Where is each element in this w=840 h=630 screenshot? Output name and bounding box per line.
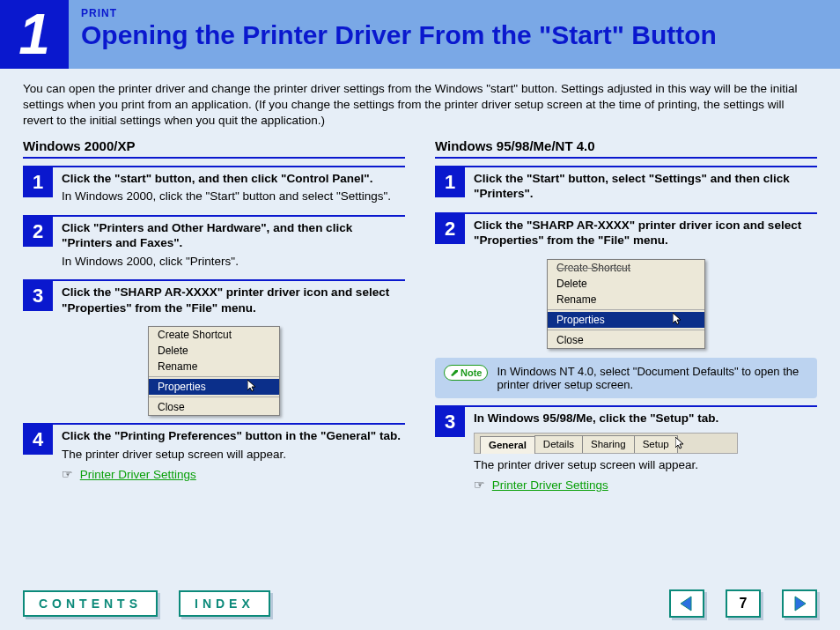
note-text: In Windows NT 4.0, select "Document Defa… [497,365,808,391]
step-number: 3 [23,281,53,311]
step-block: 3 In Windows 95/98/Me, click the "Setup"… [435,405,817,497]
context-menu-item-label: Properties [556,314,605,326]
tab-strip-screenshot: General Details Sharing Setup [474,433,738,454]
context-menu-item-selected: Properties [149,379,279,395]
context-menu-separator [548,309,704,310]
context-menu: Create Shortcut Delete Rename Properties… [547,259,705,349]
tab-sharing: Sharing [582,435,635,453]
chapter-number-box: 1 [0,0,69,69]
svg-marker-1 [795,597,806,611]
page-header: 1 PRINT Opening the Printer Driver From … [0,0,840,69]
step-title: In Windows 95/98/Me, click the "Setup" t… [474,411,718,425]
left-column-heading: Windows 2000/XP [23,138,405,159]
context-menu: Create Shortcut Delete Rename Properties… [148,326,280,416]
step-block: 4 Click the "Printing Preferences" butto… [23,423,405,485]
right-column: Windows 95/98/Me/NT 4.0 1 Click the "Sta… [435,138,817,500]
page-number: 7 [726,589,761,618]
step-body: Click the "SHARP AR-XXXX" printer driver… [53,281,405,319]
step-number: 1 [23,167,53,197]
step-title: Click the "SHARP AR-XXXX" printer driver… [62,285,389,315]
svg-marker-0 [681,597,691,611]
context-menu-item: Close [548,332,704,348]
right-column-heading: Windows 95/98/Me/NT 4.0 [435,138,817,159]
context-menu-item: Delete [548,276,704,292]
step-number: 4 [23,425,53,455]
index-button[interactable]: INDEX [179,590,270,617]
chapter-number: 1 [18,6,50,63]
triangle-right-icon [792,596,807,611]
context-menu-screenshot: Create Shortcut Delete Rename Properties… [23,326,405,416]
columns: Windows 2000/XP 1 Click the "start" butt… [0,135,840,509]
context-menu-separator [149,376,279,377]
step-subtext: The printer driver setup screen will app… [62,447,401,463]
context-menu-item: Rename [149,359,279,374]
step-title: Click the "Start" button, select "Settin… [474,172,790,201]
printer-driver-settings-link[interactable]: Printer Driver Settings [80,468,196,481]
tab-setup: Setup [634,435,678,453]
step-title: Click "Printers and Other Hardware", and… [62,221,352,250]
note-box: Note In Windows NT 4.0, select "Document… [435,358,817,398]
step-block: 3 Click the "SHARP AR-XXXX" printer driv… [23,279,405,319]
intro-paragraph: You can open the printer driver and chan… [0,69,840,135]
step-body: Click the "start" button, and then click… [53,167,391,208]
note-badge-label: Note [461,367,482,378]
left-column: Windows 2000/XP 1 Click the "start" butt… [23,138,405,500]
step-block: 2 Click the "SHARP AR-XXXX" printer driv… [435,212,817,252]
context-menu-item: Delete [149,343,279,359]
context-menu-item: Create Shortcut [548,260,704,276]
step-title: Click the "Printing Preferences" button … [62,429,401,442]
context-menu-separator [149,397,279,397]
next-page-button[interactable] [782,589,817,618]
context-menu-screenshot: Create Shortcut Delete Rename Properties… [435,259,817,349]
note-badge: Note [444,365,488,381]
step-title: Click the "SHARP AR-XXXX" printer driver… [474,219,801,248]
step-body: Click the "SHARP AR-XXXX" printer driver… [465,214,817,252]
step-number: 2 [23,217,53,247]
step-block: 1 Click the "start" button, and then cli… [23,166,405,208]
step-body: Click "Printers and Other Hardware", and… [53,217,405,273]
step-number: 3 [435,407,465,437]
context-menu-item: Close [149,399,279,415]
step-body: Click the "Printing Preferences" button … [53,425,401,485]
step-title: Click the "start" button, and then click… [62,172,372,185]
triangle-left-icon [679,596,695,611]
step-body: Click the "Start" button, select "Settin… [465,167,817,205]
tab-general: General [480,436,535,454]
cursor-icon [247,380,258,395]
tab-details: Details [534,435,583,453]
result-text: The printer driver setup screen will app… [474,457,738,473]
step-subtext: In Windows 2000, click "Printers". [62,254,405,270]
context-menu-item-label: Properties [158,381,206,393]
pointing-hand-icon: ☞ [474,478,485,492]
step-block: 1 Click the "Start" button, select "Sett… [435,166,817,205]
prev-page-button[interactable] [669,589,704,618]
cursor-icon [673,313,683,328]
context-menu-item: Create Shortcut [149,327,279,343]
tab-strip: General Details Sharing Setup [474,433,738,454]
page-title: Opening the Printer Driver From the "Sta… [81,21,717,49]
context-menu-item-selected: Properties [548,312,704,328]
step-number: 2 [435,214,465,244]
header-text: PRINT Opening the Printer Driver From th… [69,0,729,69]
contents-button[interactable]: CONTENTS [23,590,158,617]
bottom-nav: CONTENTS INDEX 7 [0,581,840,630]
cursor-icon [675,437,686,454]
printer-driver-settings-link[interactable]: Printer Driver Settings [492,478,608,492]
context-menu-separator [548,330,704,330]
step-block: 2 Click "Printers and Other Hardware", a… [23,215,405,273]
section-kicker: PRINT [81,7,717,19]
step-body: In Windows 95/98/Me, click the "Setup" t… [465,407,738,497]
pointing-hand-icon: ☞ [62,467,73,481]
context-menu-item: Rename [548,292,704,308]
step-number: 1 [435,167,465,197]
step-subtext: In Windows 2000, click the "Start" butto… [62,189,391,204]
